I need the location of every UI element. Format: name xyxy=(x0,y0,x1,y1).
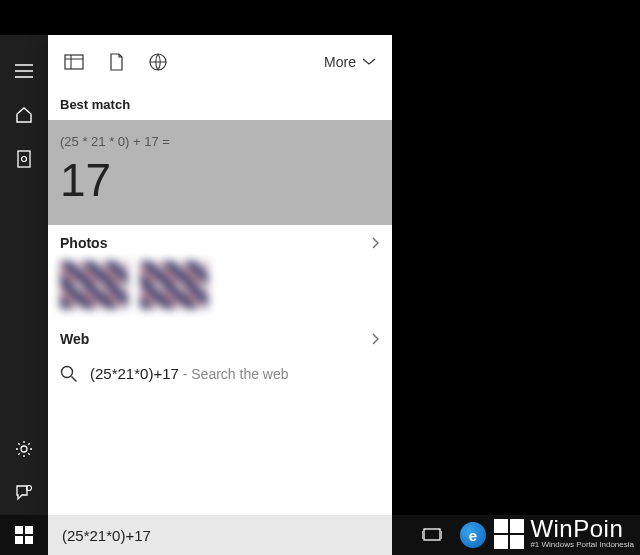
more-label: More xyxy=(324,54,356,70)
chevron-right-icon xyxy=(372,333,380,345)
results-header: More xyxy=(48,35,392,89)
search-input[interactable] xyxy=(62,527,378,544)
web-section-header[interactable]: Web xyxy=(48,321,392,357)
svg-rect-7 xyxy=(424,529,440,540)
start-button[interactable] xyxy=(0,515,48,555)
web-title: Web xyxy=(60,331,89,347)
web-filter-icon[interactable] xyxy=(148,52,168,72)
web-hint-text: - Search the web xyxy=(179,366,289,382)
apps-filter-icon[interactable] xyxy=(64,52,84,72)
cortana-sidebar xyxy=(0,35,48,515)
web-query-text: (25*21*0)+17 xyxy=(90,365,179,382)
photos-section-header[interactable]: Photos xyxy=(48,225,392,261)
documents-filter-icon[interactable] xyxy=(106,52,126,72)
calculator-result: 17 xyxy=(60,153,380,207)
feedback-icon[interactable] xyxy=(0,471,48,515)
calculator-result-card[interactable]: (25 * 21 * 0) + 17 = 17 xyxy=(48,120,392,225)
windows-logo-icon xyxy=(15,526,33,544)
svg-point-2 xyxy=(21,446,27,452)
chevron-down-icon xyxy=(362,58,376,66)
svg-rect-0 xyxy=(18,151,30,167)
menu-icon[interactable] xyxy=(0,49,48,93)
notebook-icon[interactable] xyxy=(0,137,48,181)
home-icon[interactable] xyxy=(0,93,48,137)
more-filters-button[interactable]: More xyxy=(324,54,376,70)
svg-point-6 xyxy=(62,367,73,378)
settings-icon[interactable] xyxy=(0,427,48,471)
svg-rect-4 xyxy=(65,55,83,69)
svg-point-1 xyxy=(22,157,27,162)
search-icon xyxy=(60,365,78,383)
calculator-expression: (25 * 21 * 0) + 17 = xyxy=(60,134,380,149)
web-search-item[interactable]: (25*21*0)+17 - Search the web xyxy=(48,357,392,391)
chevron-right-icon xyxy=(372,237,380,249)
best-match-heading: Best match xyxy=(48,89,392,120)
photo-thumbnail[interactable] xyxy=(140,261,208,309)
photos-thumbnails xyxy=(48,261,392,321)
photo-thumbnail[interactable] xyxy=(60,261,128,309)
search-box[interactable] xyxy=(48,515,392,555)
search-results-panel: More Best match (25 * 21 * 0) + 17 = 17 … xyxy=(48,35,392,515)
task-view-button[interactable] xyxy=(412,515,452,555)
edge-browser-icon[interactable]: e xyxy=(460,522,486,548)
photos-title: Photos xyxy=(60,235,107,251)
